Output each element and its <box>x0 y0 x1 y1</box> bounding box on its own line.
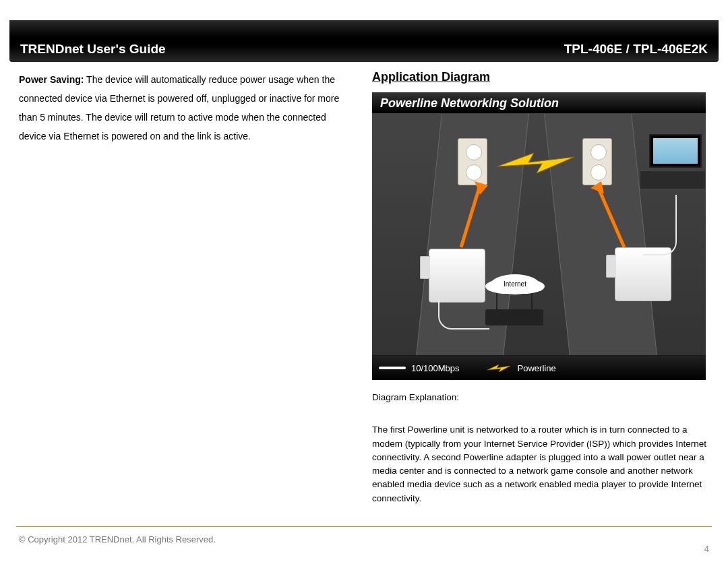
svg-line-3 <box>597 185 624 247</box>
footer-copyright: © Copyright 2012 TRENDnet. All Rights Re… <box>19 534 216 544</box>
diagram-explanation-label: Diagram Explanation: <box>372 391 709 404</box>
tv-stand-icon <box>640 170 706 189</box>
right-column: Application Diagram Powerline Networking… <box>372 70 709 505</box>
svg-marker-4 <box>590 181 604 193</box>
diagram-explanation-body: The first Powerline unit is networked to… <box>372 423 709 505</box>
power-saving-label: Power Saving: <box>19 74 84 85</box>
arrow-left-icon <box>454 181 495 255</box>
internet-cloud-icon: Internet <box>491 274 539 294</box>
content-area: Power Saving: The device will automatica… <box>0 62 728 505</box>
application-diagram: Powerline Networking Solution <box>372 92 706 380</box>
powerline-adapter-left-icon <box>429 249 485 303</box>
powerline-adapter-right-icon <box>615 247 671 301</box>
tv-icon <box>649 134 702 168</box>
legend-powerline-bolt-icon <box>487 363 511 373</box>
svg-marker-5 <box>487 365 510 372</box>
header-bar: TRENDnet User's Guide TPL-406E / TPL-406… <box>9 20 719 62</box>
legend-powerline-label: Powerline <box>518 363 556 373</box>
page-number: 4 <box>704 544 709 554</box>
left-column: Power Saving: The device will automatica… <box>19 70 356 505</box>
doc-title: TRENDnet User's Guide <box>20 42 166 57</box>
model-number: TPL-406E / TPL-406E2K <box>564 42 708 57</box>
diagram-scene: Internet <box>372 114 706 355</box>
power-saving-paragraph: Power Saving: The device will automatica… <box>19 70 356 146</box>
legend-ethernet-line-icon <box>379 367 406 369</box>
svg-marker-0 <box>497 153 574 173</box>
svg-line-1 <box>461 185 480 247</box>
application-diagram-heading: Application Diagram <box>372 70 709 84</box>
arrow-right-icon <box>585 181 632 255</box>
legend-ethernet-label: 10/100Mbps <box>411 363 460 373</box>
power-outlet-left-icon <box>458 138 487 185</box>
diagram-legend: 10/100Mbps Powerline <box>372 356 706 380</box>
ethernet-cable-right-icon <box>643 195 677 255</box>
router-icon <box>485 309 543 325</box>
diagram-explanation: Diagram Explanation: The first Powerline… <box>372 391 709 505</box>
ethernet-cable-left-icon <box>438 300 489 330</box>
powerline-bolt-icon <box>496 150 576 175</box>
footer-divider <box>16 526 712 527</box>
power-outlet-right-icon <box>582 138 612 185</box>
diagram-title: Powerline Networking Solution <box>372 92 706 114</box>
